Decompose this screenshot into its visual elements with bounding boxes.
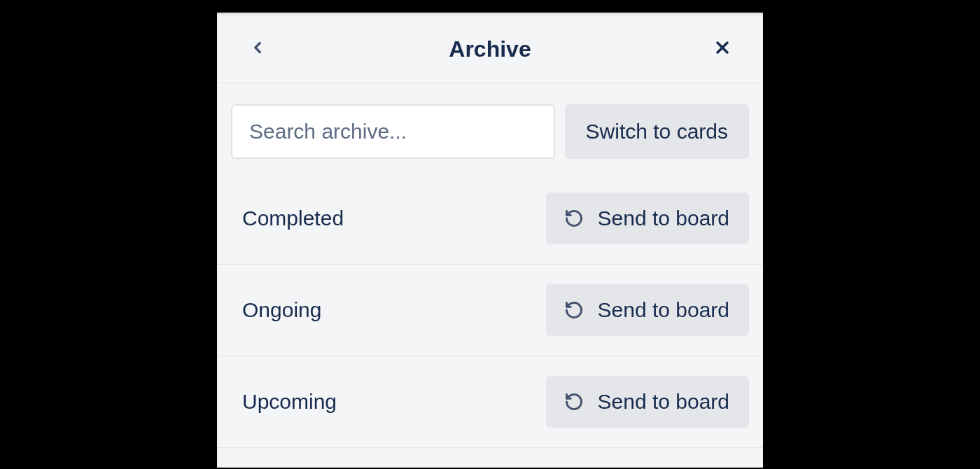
- undo-icon: [564, 209, 584, 228]
- list-item: Upcoming Send to board: [217, 356, 763, 448]
- send-to-board-button[interactable]: Send to board: [546, 376, 749, 428]
- back-button[interactable]: [242, 34, 273, 64]
- close-button[interactable]: [707, 34, 738, 64]
- close-icon: [713, 38, 732, 60]
- list-item: Ongoing Send to board: [217, 265, 763, 356]
- send-to-board-button[interactable]: Send to board: [546, 192, 749, 244]
- list-item-label: Upcoming: [242, 390, 337, 414]
- archive-panel: Archive Switch to cards Completed Send t…: [217, 13, 763, 468]
- send-to-board-label: Send to board: [598, 206, 729, 230]
- list-item-label: Ongoing: [242, 298, 321, 322]
- list-item: Completed Send to board: [217, 173, 763, 265]
- send-to-board-label: Send to board: [598, 298, 729, 322]
- send-to-board-button[interactable]: Send to board: [546, 284, 749, 336]
- undo-icon: [564, 300, 584, 320]
- send-to-board-label: Send to board: [598, 390, 729, 414]
- search-row: Switch to cards: [217, 83, 763, 173]
- chevron-left-icon: [248, 38, 267, 59]
- list-item-label: Completed: [242, 206, 344, 230]
- panel-header: Archive: [217, 15, 763, 83]
- undo-icon: [564, 392, 584, 412]
- switch-to-cards-button[interactable]: Switch to cards: [565, 104, 749, 159]
- archive-list: Completed Send to board Ongoing Send to …: [217, 173, 763, 448]
- panel-title: Archive: [273, 36, 707, 62]
- search-input[interactable]: [231, 104, 555, 159]
